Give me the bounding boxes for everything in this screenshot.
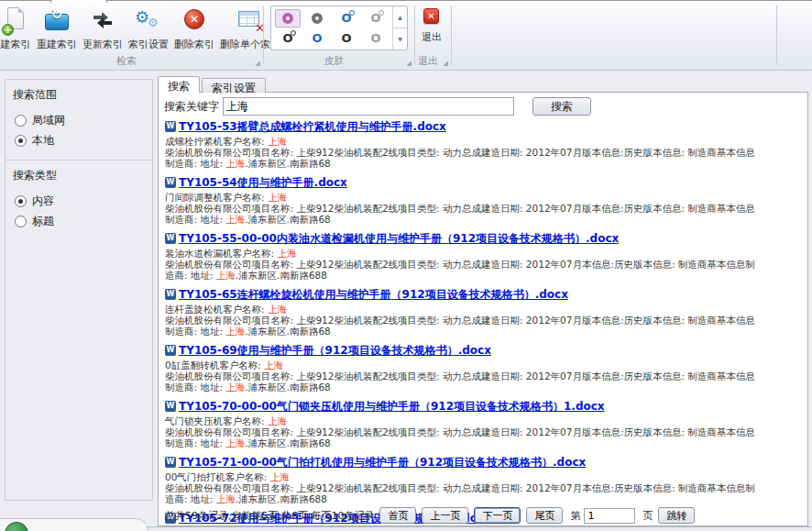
green-status-icon [5,522,28,531]
group-label-skin: 皮肤 [264,54,404,68]
ribbon-group-index: + 建索引 ↻ 重建索引 [0,3,262,69]
result-title-link[interactable]: TY105-65连杆螺栓旋松机使用与维护手册（912项目设备技术规格书）.doc… [179,287,568,303]
word-document-icon: W [165,177,176,188]
search-scope-title: 搜索范围 [5,80,152,106]
word-document-icon: W [165,345,176,356]
search-input[interactable] [223,97,514,116]
ribbon-separator [776,6,777,64]
create-index-button[interactable]: + 建索引 [0,3,34,52]
skin-theme-1-icon[interactable] [275,9,301,28]
ribbon-group-exit: ✕ 退出 退出 ◢ [415,3,450,69]
result-description: 00气门拍打机客户名称: 上海 柴油机股份有限公司项目名称: 上柴912柴油机装… [165,471,802,504]
delete-index-icon: ✕ [179,6,210,35]
pagination-summary: 总共59条记录,当前第5页,共6页,每页10条记录 [165,509,374,523]
tab-search[interactable]: 搜索 [158,76,200,93]
result-description: 0缸盖翻转机客户名称: 上海 柴油机股份有限公司项目名称: 上柴912柴油机装配… [165,360,802,393]
result-item: W TY105-69使用与维护手册（912项目设备技术规格书）.docx 0缸盖… [165,343,802,393]
word-document-icon: W [165,457,176,468]
result-title-link[interactable]: TY105-55-00-00内装油水道检漏机使用与维护手册（912项目设备技术规… [179,231,619,247]
result-title-link[interactable]: TY105-54使用与维护手册.docx [179,175,347,191]
skin-theme-3-icon[interactable]: O [334,9,359,28]
dialog-launcher-icon[interactable]: ◢ [444,61,448,67]
delete-single-index-icon: ✕ [235,6,266,35]
ribbon-group-skin: OOOOOO ▲ ▼ 皮肤 ◢ [264,3,413,69]
skin-theme-2-icon[interactable] [304,9,330,28]
rebuild-index-icon: ↻ [41,6,72,35]
result-title-link[interactable]: TY105-71-00-00气门拍打机使用与维护手册（912项目设备技术规格书）… [179,455,586,470]
radio-content[interactable]: 内容 [15,191,152,211]
gallery-scroll-down-icon[interactable]: ▼ [393,28,407,50]
result-description: 连杆盖旋松机客户名称: 上海 柴油机股份有限公司项目名称: 上柴912柴油机装配… [165,304,802,337]
ribbon: + 建索引 ↻ 重建索引 [0,0,812,71]
radio-icon [15,115,27,127]
skin-theme-4-icon[interactable]: O [363,9,389,28]
result-item: W TY105-70-00-00气门锁夹压机使用与维护手册（912项目设备技术规… [165,399,802,448]
page-suffix-label: 页 [642,509,653,523]
group-label-index: 检索 [0,54,253,68]
app-window: + 建索引 ↻ 重建索引 [0,0,812,531]
results-list: W TY105-53摇臂总成螺栓拧紧机使用与维护手册.docx 成螺栓拧紧机客户… [165,119,802,531]
result-description: 装油水道检漏机客户名称: 上海 柴油机股份有限公司项目名称: 上柴912柴油机装… [165,248,802,281]
main-tabs: 搜索 索引设置 [158,76,268,93]
radio-icon [15,195,27,207]
radio-title[interactable]: 标题 [15,211,152,231]
next-page-button[interactable]: 下一页 [474,507,521,524]
index-settings-icon: ⚙⚙ [133,6,164,35]
result-description: 门间隙调整机客户名称: 上海 柴油机股份有限公司项目名称: 上柴912柴油机装配… [165,192,802,225]
dialog-launcher-icon[interactable]: ◢ [407,61,411,67]
index-settings-button[interactable]: ⚙⚙ 索引设置 [126,3,171,52]
result-description: 成螺栓拧紧机客户名称: 上海 柴油机股份有限公司项目名称: 上柴912柴油机装配… [165,136,802,169]
ribbon-top-border [0,0,812,1]
result-description: 气门锁夹压机客户名称: 上海 柴油机股份有限公司项目名称: 上柴912柴油机装配… [165,415,802,448]
word-document-icon: W [165,121,176,132]
update-index-button[interactable]: 更新索引 [80,3,126,52]
group-label-exit: 退出 [415,54,441,68]
corner-widget [0,518,148,531]
search-type-title: 搜索类型 [5,160,152,187]
ribbon-separator [451,6,452,64]
tab-index-settings[interactable]: 索引设置 [202,78,266,93]
radio-icon [15,216,27,227]
skin-theme-5-icon[interactable]: O [275,28,301,47]
result-item: W TY105-71-00-00气门拍打机使用与维护手册（912项目设备技术规格… [165,455,802,504]
skin-gallery-grid: OOOOOO [271,6,392,50]
result-item: W TY105-55-00-00内装油水道检漏机使用与维护手册（912项目设备技… [165,231,802,281]
search-button[interactable]: 搜索 [532,97,591,116]
word-document-icon: W [165,289,176,300]
page-number-input[interactable] [584,508,635,524]
pagination: 总共59条记录,当前第5页,共6页,每页10条记录 首页 上一页 下一页 尾页 … [165,507,695,524]
last-page-button[interactable]: 尾页 [526,507,563,524]
word-document-icon: W [165,401,176,412]
page-prefix-label: 第 [570,509,580,523]
update-index-icon [87,6,118,35]
search-keyword-label: 搜索关键字 [164,99,219,115]
result-item: W TY105-53摇臂总成螺栓拧紧机使用与维护手册.docx 成螺栓拧紧机客户… [165,119,802,169]
delete-index-button[interactable]: ✕ 删除索引 [171,3,217,52]
gallery-scroll-up-icon[interactable]: ▲ [393,6,407,28]
radio-lan[interactable]: 局域网 [15,110,152,130]
word-document-icon: W [165,233,176,244]
search-panel: 搜索关键字 搜索 W TY105-53摇臂总成螺栓拧紧机使用与维护手册.docx… [158,92,808,526]
result-item: W TY105-54使用与维护手册.docx 门间隙调整机客户名称: 上海 柴油… [165,175,802,225]
skin-theme-7-icon[interactable]: O [334,28,359,47]
rebuild-index-button[interactable]: ↻ 重建索引 [34,3,80,52]
jump-button[interactable]: 跳转 [658,507,695,524]
radio-local[interactable]: 本地 [15,130,152,150]
result-item: W TY105-65连杆螺栓旋松机使用与维护手册（912项目设备技术规格书）.d… [165,287,802,337]
dialog-launcher-icon[interactable]: ◢ [256,61,260,67]
skin-theme-6-icon[interactable]: O [304,28,330,47]
skin-gallery-scrollbar: ▲ ▼ [392,6,407,50]
radio-icon [15,135,27,147]
prev-page-button[interactable]: 上一页 [422,507,468,524]
result-title-link[interactable]: TY105-69使用与维护手册（912项目设备技术规格书）.docx [179,343,491,359]
result-title-link[interactable]: TY105-53摇臂总成螺栓拧紧机使用与维护手册.docx [179,119,446,135]
first-page-button[interactable]: 首页 [379,507,416,524]
exit-icon: ✕ [422,6,441,28]
exit-button[interactable]: ✕ 退出 [415,3,448,45]
sidebar: 搜索范围 局域网 本地 搜索类型 内容 标题 [5,79,153,501]
skin-theme-8-icon[interactable]: O [363,28,389,47]
skin-gallery: OOOOOO ▲ ▼ [270,6,408,50]
result-title-link[interactable]: TY105-70-00-00气门锁夹压机使用与维护手册（912项目设备技术规格书… [179,399,605,415]
create-index-icon: + [0,6,31,35]
